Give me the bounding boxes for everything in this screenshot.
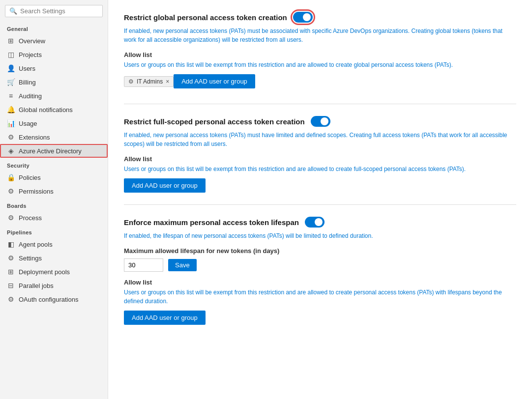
oauth-configurations-icon: ⚙ [7,295,15,303]
sidebar-item-parallel-jobs[interactable]: ⊟Parallel jobs [0,279,108,292]
tag-label: IT Admins [137,78,163,85]
policies-icon: 🔒 [7,173,15,181]
sidebar-item-billing[interactable]: 🛒Billing [0,75,108,89]
setting-section-restrict-full-scoped-pat: Restrict full-scoped personal access tok… [124,104,516,205]
sidebar-item-label-users: Users [19,65,35,72]
sidebar-item-users[interactable]: 👤Users [0,61,108,75]
setting-desc-enforce-max-lifespan: If enabled, the lifespan of new personal… [124,231,516,240]
sidebar-item-label-permissions: Permissions [19,188,54,195]
sidebar-item-process[interactable]: ⚙Process [0,211,108,225]
allow-list-label-enforce-max-lifespan: Allow list [124,279,516,286]
sidebar-item-label-parallel-jobs: Parallel jobs [19,282,54,289]
extensions-icon: ⚙ [7,133,15,141]
sidebar-item-label-deployment-pools: Deployment pools [19,268,70,276]
usage-icon: 📊 [7,119,15,127]
sidebar-item-label-process: Process [19,214,42,222]
sidebar-item-label-projects: Projects [19,51,42,58]
setting-section-restrict-global-pat: Restrict global personal access token cr… [124,0,516,104]
tag-chip-it-admins: ⚙IT Admins× [124,76,174,87]
setting-title-enforce-max-lifespan: Enforce maximum personal access token li… [124,218,299,227]
sidebar-item-oauth-configurations[interactable]: ⚙OAuth configurations [0,292,108,306]
token-input-row: Save [124,258,516,272]
sidebar-item-label-billing: Billing [19,79,36,86]
setting-title-restrict-global-pat: Restrict global personal access token cr… [124,13,287,22]
sidebar-item-label-global-notifications: Global notifications [19,106,73,114]
setting-header-restrict-full-scoped-pat: Restrict full-scoped personal access tok… [124,116,516,127]
sidebar-item-label-auditing: Auditing [19,92,42,100]
max-lifespan-label: Maximum allowed lifespan for new tokens … [124,247,516,255]
sidebar-section-label-boards: Boards [0,198,108,211]
max-lifespan-input[interactable] [124,258,163,272]
auditing-icon: ≡ [7,92,15,100]
projects-icon: ◫ [7,51,15,58]
allow-list-desc-restrict-global-pat: Users or groups on this list will be exe… [124,60,516,69]
save-button[interactable]: Save [168,259,197,271]
sidebar-item-usage[interactable]: 📊Usage [0,116,108,130]
sidebar-item-label-azure-active-directory: Azure Active Directory [19,147,82,155]
global-notifications-icon: 🔔 [7,106,15,114]
setting-header-restrict-global-pat: Restrict global personal access token cr… [124,12,516,23]
sidebar-item-label-usage: Usage [19,120,37,127]
setting-title-restrict-full-scoped-pat: Restrict full-scoped personal access tok… [124,117,305,126]
setting-header-enforce-max-lifespan: Enforce maximum personal access token li… [124,217,516,228]
azure-active-directory-icon: ◈ [7,147,15,155]
sidebar-section-label-general: General [0,21,108,34]
toggle-restrict-global-pat[interactable] [293,12,313,23]
sidebar-item-projects[interactable]: ◫Projects [0,48,108,61]
sidebar-item-overview[interactable]: ⊞Overview [0,34,108,48]
sidebar-item-label-policies: Policies [19,174,41,181]
users-icon: 👤 [7,64,15,72]
setting-desc-restrict-global-pat: If enabled, new personal access tokens (… [124,27,516,44]
permissions-icon: ⚙ [7,187,15,195]
search-icon: 🔍 [9,7,17,15]
sidebar-item-label-overview: Overview [19,37,45,45]
tag-close-button[interactable]: × [166,78,169,85]
sidebar-item-label-agent-pools: Agent pools [19,241,53,248]
allow-list-desc-restrict-full-scoped-pat: Users or groups on this list will be exe… [124,165,516,173]
sidebar: 🔍 General⊞Overview◫Projects👤Users🛒Billin… [0,0,108,399]
sidebar-item-settings[interactable]: ⚙Settings [0,251,108,265]
add-aad-button-restrict-global-pat[interactable]: Add AAD user or group [174,74,255,88]
allow-list-desc-enforce-max-lifespan: Users or groups on this list will be exe… [124,288,516,306]
sidebar-section-label-security: Security [0,158,108,171]
allow-list-label-restrict-global-pat: Allow list [124,51,516,58]
sidebar-section-label-pipelines: Pipelines [0,225,108,237]
sidebar-item-agent-pools[interactable]: ◧Agent pools [0,237,108,251]
agent-pools-icon: ◧ [7,240,15,248]
main-content: Restrict global personal access token cr… [108,0,532,399]
sidebar-item-policies[interactable]: 🔒Policies [0,171,108,184]
add-aad-button-enforce-max-lifespan[interactable]: Add AAD user or group [124,311,206,325]
sidebar-item-azure-active-directory[interactable]: ◈Azure Active Directory [0,144,108,158]
sidebar-item-permissions[interactable]: ⚙Permissions [0,184,108,198]
overview-icon: ⊞ [7,37,15,45]
sidebar-item-global-notifications[interactable]: 🔔Global notifications [0,103,108,116]
parallel-jobs-icon: ⊟ [7,282,15,289]
search-box[interactable]: 🔍 [5,5,103,17]
process-icon: ⚙ [7,214,15,222]
sidebar-item-auditing[interactable]: ≡Auditing [0,89,108,103]
sidebar-item-deployment-pools[interactable]: ⊞Deployment pools [0,265,108,279]
deployment-pools-icon: ⊞ [7,268,15,276]
sidebar-item-label-extensions: Extensions [19,134,50,141]
billing-icon: 🛒 [7,78,15,86]
toggle-restrict-full-scoped-pat[interactable] [311,116,330,127]
setting-section-enforce-max-lifespan: Enforce maximum personal access token li… [124,205,516,337]
search-input[interactable] [20,7,98,15]
sidebar-item-extensions[interactable]: ⚙Extensions [0,130,108,144]
setting-desc-restrict-full-scoped-pat: If enabled, new personal access tokens (… [124,131,516,148]
add-aad-button-restrict-full-scoped-pat[interactable]: Add AAD user or group [124,178,206,193]
allow-list-label-restrict-full-scoped-pat: Allow list [124,155,516,163]
toggle-enforce-max-lifespan[interactable] [305,217,325,228]
sidebar-item-label-settings: Settings [19,255,42,262]
tag-icon: ⚙ [128,78,134,85]
settings-icon: ⚙ [7,254,15,262]
sidebar-item-label-oauth-configurations: OAuth configurations [19,296,78,303]
